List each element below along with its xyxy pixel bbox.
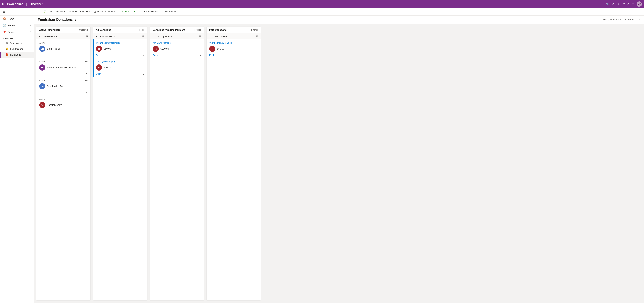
card-menu-yvonne-donation[interactable]: ⋯ (142, 41, 144, 44)
user-avatar[interactable]: MP (636, 1, 642, 7)
card-top-special-events: Active ⋯ (39, 98, 88, 100)
col-sort-field-donations[interactable]: Last Updated ∨ (100, 35, 116, 38)
card-bottom-technical-education: ∨ (39, 72, 88, 75)
view-title[interactable]: Fundraiser Donations ∨ (38, 18, 77, 22)
col-view-toggle-donations[interactable]: ⊟ (142, 35, 144, 38)
col-sort-arrow-active[interactable]: ↓ (41, 35, 42, 38)
sort-field-chevron-donations: ∨ (114, 35, 116, 38)
avatar-technical-education: TE (39, 64, 45, 70)
card-expand-jim-donation[interactable]: ∨ (143, 72, 144, 75)
card-expand-scholarship-fund[interactable]: ∨ (86, 91, 88, 94)
card-donor-jim-donation[interactable]: Jim Glynn (sample) (96, 60, 115, 63)
card-name-storm-relief[interactable]: Storm Relief (47, 48, 60, 50)
card-menu-special-events[interactable]: ⋯ (85, 98, 88, 100)
card-name-technical-education[interactable]: Technical Education for Kids (47, 66, 77, 69)
back-button[interactable]: ← (36, 10, 41, 14)
col-sort-arrow-awaiting[interactable]: ↓ (155, 35, 156, 38)
view-header: Fundraiser Donations ∨ This Quarter 4/1/… (34, 16, 644, 24)
visual-filter-label: Show Visual Filter (48, 10, 65, 13)
sidebar-item-recent[interactable]: 🕐 Recent ∨ (0, 22, 34, 29)
card-menu-jim-donation[interactable]: ⋯ (142, 60, 144, 63)
card-donor-jim-awaiting[interactable]: Jim Glynn (sample) (152, 42, 172, 44)
view-date-range[interactable]: This Quarter 4/1/2021 To 6/30/2021 ∨ (603, 18, 640, 21)
col-title-active-fundraisers: Active Fundraisers (39, 28, 78, 31)
hamburger-button[interactable]: ☰ (0, 8, 34, 16)
sidebar: ☰ 🏠 Home 🕐 Recent ∨ 📌 Pinned ∨ Fundraise… (0, 8, 34, 303)
card-menu-scholarship-fund[interactable]: ⋯ (85, 79, 88, 82)
col-title-all-donations: All Donations (96, 28, 136, 31)
refresh-label: Refresh All (165, 10, 176, 13)
card-amount-yvonne-donation: $50.00 (104, 48, 111, 50)
sidebar-item-home[interactable]: 🏠 Home (0, 16, 34, 22)
new-icon: ＋ (121, 10, 124, 13)
col-sort-field-active[interactable]: Modified On ∨ (44, 35, 58, 38)
sort-field-text-donations: Last Updated (100, 35, 113, 38)
sidebar-item-donations[interactable]: 🎁 Donations (0, 52, 34, 58)
date-range-chevron-icon: ∨ (638, 18, 640, 21)
circle-icon[interactable]: ⊙ (612, 2, 614, 6)
col-sort-field-awaiting[interactable]: Last Updated ∨ (157, 35, 172, 38)
card-status-link-jim-donation[interactable]: Open (96, 72, 101, 75)
card-menu-jim-awaiting[interactable]: ⋯ (198, 41, 201, 44)
card-status-link-jim-awaiting[interactable]: Open (152, 54, 158, 56)
search-icon[interactable]: 🔍 (606, 2, 610, 6)
sidebar-pinned-label: Pinned (8, 31, 15, 34)
card-expand-yvonne-paid[interactable]: ∨ (256, 54, 258, 56)
card-body-technical-education: TE Technical Education for Kids (39, 64, 88, 70)
dashboards-icon: ▦ (6, 42, 8, 45)
card-bottom-scholarship-fund: ∨ (39, 91, 88, 94)
card-top-yvonne-paid: Yvonne McKay (sample) ⋯ (209, 41, 258, 44)
sidebar-item-fundraisers[interactable]: 💰 Fundraisers (0, 46, 34, 52)
sidebar-item-dashboards[interactable]: ▦ Dashboards (0, 40, 34, 46)
filter-icon[interactable]: ▽ (622, 2, 624, 6)
show-global-filter-button[interactable]: ▽ Show Global Filter (67, 10, 92, 14)
col-view-toggle-paid[interactable]: ⊟ (256, 35, 258, 38)
home-icon: 🏠 (3, 17, 6, 20)
card-name-scholarship-fund[interactable]: Scholarship Fund (47, 85, 65, 88)
set-default-label: Set As Default (144, 10, 158, 13)
card-menu-yvonne-paid[interactable]: ⋯ (255, 41, 258, 44)
col-sort-active-fundraisers: 4 ↓ Modified On ∨ ⊟ (36, 34, 90, 40)
card-expand-storm-relief[interactable]: ∨ (86, 54, 88, 56)
card-bottom-jim-donation: Open ∨ (96, 72, 144, 75)
card-expand-jim-awaiting[interactable]: ∨ (200, 54, 201, 56)
set-default-button[interactable]: ✓ Set As Default (140, 10, 160, 14)
help-icon[interactable]: ? (632, 2, 634, 6)
col-count-awaiting-payment: 1 (152, 35, 154, 38)
card-status-link-yvonne-donation[interactable]: Paid (96, 54, 100, 56)
card-donor-yvonne-paid[interactable]: Yvonne McKay (sample) (209, 42, 233, 44)
col-cards-awaiting-payment: Jim Glynn (sample) ⋯ Te $200.00 (150, 40, 204, 300)
card-status-link-yvonne-paid[interactable]: Paid (209, 54, 214, 56)
page-name: Fundraiser (30, 2, 42, 6)
global-filter-icon: ▽ (69, 10, 71, 13)
card-menu-technical-education[interactable]: ⋯ (85, 60, 88, 63)
card-expand-yvonne-donation[interactable]: ∨ (143, 54, 144, 56)
card-jim-glynn-awaiting: Jim Glynn (sample) ⋯ Te $200.00 (150, 40, 204, 58)
add-icon[interactable]: ＋ (617, 2, 620, 6)
waffle-icon[interactable]: ⊞ (2, 2, 4, 6)
new-button[interactable]: ＋ New (120, 9, 131, 14)
card-expand-technical-education[interactable]: ∨ (86, 72, 88, 75)
switch-tile-view-button[interactable]: ⊞ Switch to Tile View (92, 10, 117, 14)
recent-icon: 🕐 (3, 24, 6, 27)
col-view-toggle-awaiting[interactable]: ⊟ (199, 35, 201, 38)
sort-field-text-paid: Last Updated (214, 35, 227, 38)
show-visual-filter-button[interactable]: 📊 Show Visual Filter (42, 10, 67, 14)
new-chevron-button[interactable]: ∨ (132, 10, 136, 14)
card-name-special-events[interactable]: Special events (47, 104, 62, 106)
card-menu-storm-relief[interactable]: ⋯ (85, 41, 88, 44)
refresh-all-button[interactable]: ↻ Refresh All (160, 10, 178, 14)
card-donor-yvonne-donation[interactable]: Yvonne McKay (sample) (96, 42, 120, 44)
col-sort-field-paid[interactable]: Last Updated ∨ (214, 35, 229, 38)
col-filter-awaiting-payment: Filtered (194, 29, 201, 31)
col-sort-arrow-paid[interactable]: ↓ (212, 35, 213, 38)
sidebar-item-pinned[interactable]: 📌 Pinned ∨ (0, 29, 34, 35)
card-amount-jim-awaiting: $200.00 (160, 48, 169, 50)
card-info-jim-donation: $200.00 (104, 66, 144, 69)
avatar-storm-relief: SR (39, 46, 45, 52)
col-sort-arrow-donations[interactable]: ↓ (98, 35, 99, 38)
nav-divider: | (26, 2, 27, 6)
col-view-toggle-active[interactable]: ⊟ (86, 35, 88, 38)
settings-icon[interactable]: ⚙ (627, 2, 630, 6)
card-info-yvonne-paid: $50.00 (217, 48, 258, 50)
